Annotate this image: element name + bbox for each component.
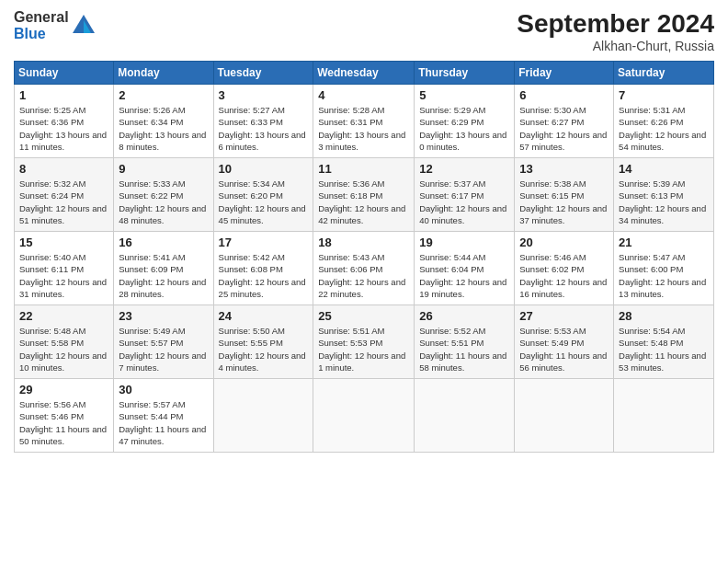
day-info: Sunrise: 5:42 AMSunset: 6:08 PMDaylight:… xyxy=(219,251,309,300)
day-info: Sunrise: 5:29 AMSunset: 6:29 PMDaylight:… xyxy=(419,104,509,153)
day-info: Sunrise: 5:36 AMSunset: 6:18 PMDaylight:… xyxy=(318,178,409,226)
day-number: 11 xyxy=(318,162,409,176)
sunset-text: Sunset: 6:22 PM xyxy=(119,190,183,201)
logo-icon xyxy=(71,13,97,39)
sunset-text: Sunset: 5:46 PM xyxy=(19,411,84,421)
daylight-text: Daylight: 12 hours and 48 minutes. xyxy=(119,203,206,225)
table-row xyxy=(415,379,515,453)
header-wednesday: Wednesday xyxy=(313,62,415,85)
sunrise-text: Sunrise: 5:54 AM xyxy=(619,326,685,336)
sunrise-text: Sunrise: 5:43 AM xyxy=(318,252,384,262)
day-number: 23 xyxy=(119,309,208,323)
sunrise-text: Sunrise: 5:51 AM xyxy=(318,326,384,336)
sunset-text: Sunset: 5:57 PM xyxy=(119,338,183,348)
day-number: 15 xyxy=(19,236,108,249)
weekday-header-row: Sunday Monday Tuesday Wednesday Thursday… xyxy=(15,62,714,85)
table-row: 16Sunrise: 5:41 AMSunset: 6:09 PMDayligh… xyxy=(114,232,213,305)
daylight-text: Daylight: 13 hours and 3 minutes. xyxy=(318,130,405,152)
calendar-week-row: 1Sunrise: 5:25 AMSunset: 6:36 PMDaylight… xyxy=(15,85,714,158)
sunset-text: Sunset: 6:15 PM xyxy=(519,190,584,201)
sunrise-text: Sunrise: 5:50 AM xyxy=(219,326,285,336)
table-row xyxy=(213,379,313,453)
sunrise-text: Sunrise: 5:49 AM xyxy=(119,326,185,336)
day-info: Sunrise: 5:37 AMSunset: 6:17 PMDaylight:… xyxy=(419,178,509,226)
table-row xyxy=(614,379,714,453)
sunset-text: Sunset: 6:29 PM xyxy=(419,117,483,127)
table-row: 1Sunrise: 5:25 AMSunset: 6:36 PMDaylight… xyxy=(15,85,114,158)
daylight-text: Daylight: 12 hours and 34 minutes. xyxy=(619,203,706,225)
day-number: 1 xyxy=(19,88,108,102)
location-subtitle: Alkhan-Churt, Russia xyxy=(517,39,714,53)
day-number: 14 xyxy=(619,162,709,176)
title-block: September 2024 Alkhan-Churt, Russia xyxy=(517,9,714,53)
day-number: 13 xyxy=(519,162,609,176)
sunset-text: Sunset: 6:09 PM xyxy=(119,264,183,274)
sunrise-text: Sunrise: 5:42 AM xyxy=(219,252,285,262)
day-number: 12 xyxy=(419,162,509,176)
sunrise-text: Sunrise: 5:52 AM xyxy=(419,326,485,336)
day-number: 4 xyxy=(318,88,409,102)
sunset-text: Sunset: 6:06 PM xyxy=(318,264,382,274)
sunrise-text: Sunrise: 5:53 AM xyxy=(519,326,586,336)
sunrise-text: Sunrise: 5:31 AM xyxy=(619,105,685,115)
sunrise-text: Sunrise: 5:25 AM xyxy=(19,105,85,115)
sunset-text: Sunset: 6:02 PM xyxy=(519,264,584,274)
day-number: 30 xyxy=(119,383,208,396)
daylight-text: Daylight: 13 hours and 0 minutes. xyxy=(419,130,506,152)
day-number: 24 xyxy=(219,309,309,323)
day-info: Sunrise: 5:44 AMSunset: 6:04 PMDaylight:… xyxy=(419,251,509,300)
daylight-text: Daylight: 13 hours and 6 minutes. xyxy=(219,130,306,152)
day-info: Sunrise: 5:50 AMSunset: 5:55 PMDaylight:… xyxy=(219,325,309,373)
sunrise-text: Sunrise: 5:46 AM xyxy=(519,252,586,262)
header: General Blue September 2024 Alkhan-Churt… xyxy=(14,9,714,53)
table-row: 30Sunrise: 5:57 AMSunset: 5:44 PMDayligh… xyxy=(114,379,213,453)
table-row: 15Sunrise: 5:40 AMSunset: 6:11 PMDayligh… xyxy=(15,232,114,305)
sunrise-text: Sunrise: 5:27 AM xyxy=(219,105,285,115)
daylight-text: Daylight: 12 hours and 19 minutes. xyxy=(419,277,506,299)
daylight-text: Daylight: 12 hours and 31 minutes. xyxy=(19,277,107,299)
day-info: Sunrise: 5:48 AMSunset: 5:58 PMDaylight:… xyxy=(19,325,108,373)
table-row: 29Sunrise: 5:56 AMSunset: 5:46 PMDayligh… xyxy=(15,379,114,453)
daylight-text: Daylight: 13 hours and 8 minutes. xyxy=(119,130,206,152)
table-row: 11Sunrise: 5:36 AMSunset: 6:18 PMDayligh… xyxy=(313,158,415,232)
daylight-text: Daylight: 11 hours and 56 minutes. xyxy=(519,350,607,373)
table-row: 10Sunrise: 5:34 AMSunset: 6:20 PMDayligh… xyxy=(213,158,313,232)
header-sunday: Sunday xyxy=(15,62,114,85)
table-row: 28Sunrise: 5:54 AMSunset: 5:48 PMDayligh… xyxy=(614,305,714,379)
day-info: Sunrise: 5:32 AMSunset: 6:24 PMDaylight:… xyxy=(19,178,108,226)
day-number: 2 xyxy=(119,88,208,102)
day-number: 26 xyxy=(419,309,509,323)
day-info: Sunrise: 5:57 AMSunset: 5:44 PMDaylight:… xyxy=(119,398,208,447)
day-info: Sunrise: 5:31 AMSunset: 6:26 PMDaylight:… xyxy=(619,104,709,153)
table-row: 2Sunrise: 5:26 AMSunset: 6:34 PMDaylight… xyxy=(114,85,213,158)
daylight-text: Daylight: 12 hours and 40 minutes. xyxy=(419,203,506,225)
calendar-table: Sunday Monday Tuesday Wednesday Thursday… xyxy=(14,61,714,453)
day-info: Sunrise: 5:43 AMSunset: 6:06 PMDaylight:… xyxy=(318,251,409,300)
table-row: 8Sunrise: 5:32 AMSunset: 6:24 PMDaylight… xyxy=(15,158,114,232)
sunrise-text: Sunrise: 5:56 AM xyxy=(19,399,85,409)
header-saturday: Saturday xyxy=(614,62,714,85)
day-info: Sunrise: 5:39 AMSunset: 6:13 PMDaylight:… xyxy=(619,178,709,226)
day-info: Sunrise: 5:27 AMSunset: 6:33 PMDaylight:… xyxy=(219,104,309,153)
day-number: 21 xyxy=(619,236,709,249)
table-row: 19Sunrise: 5:44 AMSunset: 6:04 PMDayligh… xyxy=(415,232,515,305)
table-row: 9Sunrise: 5:33 AMSunset: 6:22 PMDaylight… xyxy=(114,158,213,232)
day-info: Sunrise: 5:40 AMSunset: 6:11 PMDaylight:… xyxy=(19,251,108,300)
day-info: Sunrise: 5:38 AMSunset: 6:15 PMDaylight:… xyxy=(519,178,609,226)
table-row xyxy=(313,379,415,453)
day-number: 16 xyxy=(119,236,208,249)
sunrise-text: Sunrise: 5:32 AM xyxy=(19,178,85,189)
table-row: 20Sunrise: 5:46 AMSunset: 6:02 PMDayligh… xyxy=(515,232,614,305)
day-info: Sunrise: 5:53 AMSunset: 5:49 PMDaylight:… xyxy=(519,325,609,373)
sunset-text: Sunset: 6:20 PM xyxy=(219,190,283,201)
day-number: 27 xyxy=(519,309,609,323)
sunset-text: Sunset: 6:34 PM xyxy=(119,117,183,127)
daylight-text: Daylight: 12 hours and 51 minutes. xyxy=(19,203,107,225)
header-monday: Monday xyxy=(114,62,213,85)
sunset-text: Sunset: 6:27 PM xyxy=(519,117,584,127)
daylight-text: Daylight: 12 hours and 42 minutes. xyxy=(318,203,405,225)
daylight-text: Daylight: 12 hours and 22 minutes. xyxy=(318,277,405,299)
sunset-text: Sunset: 5:48 PM xyxy=(619,338,683,348)
calendar-week-row: 8Sunrise: 5:32 AMSunset: 6:24 PMDaylight… xyxy=(15,158,714,232)
day-number: 3 xyxy=(219,88,309,102)
